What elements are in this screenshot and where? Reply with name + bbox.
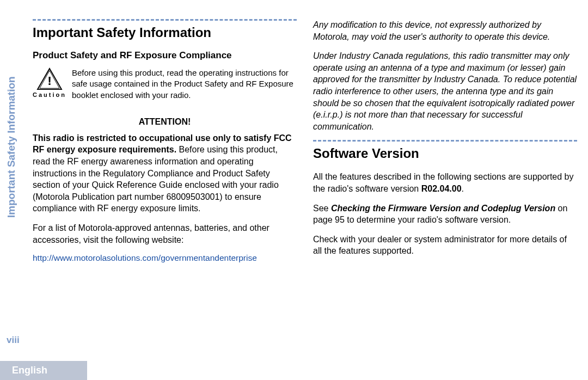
section-divider <box>33 19 297 21</box>
caution-icon-group: ! Caution <box>33 68 66 98</box>
software-version-number: R02.04.00 <box>421 184 462 193</box>
svg-text:!: ! <box>47 73 52 88</box>
language-label: English <box>12 365 47 376</box>
software-version-para2: See Checking the Firmware Version and Co… <box>313 203 577 226</box>
motorola-link[interactable]: http://www.motorolasolutions.com/governm… <box>33 253 257 262</box>
left-column: Important Safety Information Product Saf… <box>33 19 297 353</box>
sv-text-c: . <box>462 184 464 193</box>
caution-text: Before using this product, read the oper… <box>72 68 297 101</box>
software-version-para1: All the features described in the follow… <box>313 171 577 194</box>
main-heading: Important Safety Information <box>33 25 297 40</box>
sv2-text-a: See <box>313 204 331 213</box>
sub-heading: Product Safety and RF Exposure Complianc… <box>33 50 297 61</box>
right-column: Any modification to this device, not exp… <box>313 19 577 353</box>
attention-rest-text: Before using this product, read the RF e… <box>33 145 279 213</box>
caution-block: ! Caution Before using this product, rea… <box>33 68 297 101</box>
attention-heading: ATTENTION! <box>33 117 297 127</box>
caution-triangle-icon: ! <box>36 68 63 90</box>
caution-label: Caution <box>33 91 66 98</box>
language-tab: English <box>0 361 87 380</box>
attention-paragraph: This radio is restricted to occupational… <box>33 132 297 214</box>
software-version-para3: Check with your dealer or system adminis… <box>313 234 577 257</box>
firmware-check-reference: Checking the Firmware Version and Codepl… <box>331 204 555 213</box>
sidebar: Important Safety Information viii <box>0 0 27 380</box>
page-number: viii <box>7 335 20 346</box>
side-section-title: Important Safety Information <box>5 76 17 218</box>
modification-notice: Any modification to this device, not exp… <box>313 19 577 42</box>
software-version-heading: Software Version <box>313 146 577 161</box>
industry-canada-notice: Under Industry Canada regulations, this … <box>313 50 577 132</box>
section-divider <box>313 140 577 142</box>
accessories-paragraph: For a list of Motorola-approved antennas… <box>33 222 297 246</box>
content-area: Important Safety Information Product Saf… <box>33 19 577 353</box>
